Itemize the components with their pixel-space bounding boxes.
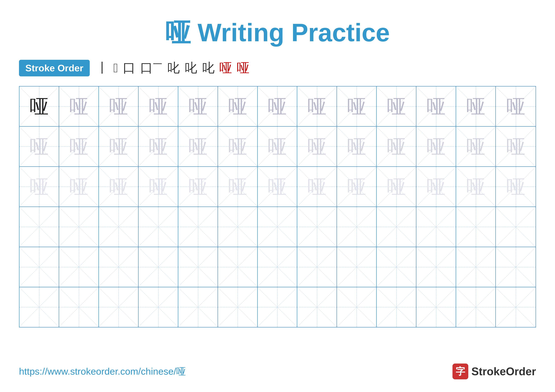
grid-cell-4-7[interactable] (297, 247, 337, 287)
grid-cell-2-3[interactable]: 哑 (139, 167, 178, 207)
grid-cell-3-5[interactable] (218, 207, 258, 247)
cell-character: 哑 (228, 97, 247, 116)
grid-cell-2-9[interactable]: 哑 (377, 167, 416, 207)
grid-cell-2-6[interactable]: 哑 (258, 167, 297, 207)
cell-character: 哑 (149, 137, 168, 156)
grid-cell-5-1[interactable] (59, 287, 99, 327)
grid-cell-3-6[interactable] (258, 207, 297, 247)
grid-cell-1-3[interactable]: 哑 (139, 127, 178, 166)
grid-cell-2-10[interactable]: 哑 (416, 167, 456, 207)
grid-cell-1-5[interactable]: 哑 (218, 127, 258, 166)
grid-cell-1-0[interactable]: 哑 (20, 127, 59, 166)
grid-cell-5-11[interactable] (456, 287, 496, 327)
grid-cell-2-2[interactable]: 哑 (99, 167, 139, 207)
grid-cell-0-8[interactable]: 哑 (337, 86, 377, 126)
grid-cell-3-12[interactable] (496, 207, 535, 247)
grid-row-3[interactable] (20, 207, 535, 247)
grid-cell-1-8[interactable]: 哑 (337, 127, 377, 166)
grid-row-0[interactable]: 哑哑哑哑哑哑哑哑哑哑哑哑哑 (20, 86, 535, 127)
grid-cell-0-12[interactable]: 哑 (496, 86, 535, 126)
grid-cell-1-12[interactable]: 哑 (496, 127, 535, 166)
grid-cell-3-1[interactable] (59, 207, 99, 247)
grid-cell-2-12[interactable]: 哑 (496, 167, 535, 207)
grid-cell-2-8[interactable]: 哑 (337, 167, 377, 207)
grid-cell-2-0[interactable]: 哑 (20, 167, 59, 207)
grid-cell-0-9[interactable]: 哑 (377, 86, 416, 126)
grid-cell-4-5[interactable] (218, 247, 258, 287)
grid-cell-0-0[interactable]: 哑 (20, 86, 59, 126)
grid-cell-2-11[interactable]: 哑 (456, 167, 496, 207)
grid-cell-5-6[interactable] (258, 287, 297, 327)
grid-cell-5-8[interactable] (337, 287, 377, 327)
grid-cell-4-6[interactable] (258, 247, 297, 287)
grid-cell-3-10[interactable] (416, 207, 456, 247)
grid-cell-4-8[interactable] (337, 247, 377, 287)
grid-row-5[interactable] (20, 287, 535, 327)
stroke-5: 叱 (167, 59, 180, 77)
grid-row-1[interactable]: 哑哑哑哑哑哑哑哑哑哑哑哑哑 (20, 127, 535, 167)
grid-cell-4-9[interactable] (377, 247, 416, 287)
grid-cell-1-9[interactable]: 哑 (377, 127, 416, 166)
grid-cell-3-8[interactable] (337, 207, 377, 247)
grid-cell-5-3[interactable] (139, 287, 178, 327)
cell-character: 哑 (228, 177, 247, 196)
grid-cell-5-0[interactable] (20, 287, 59, 327)
grid-cell-0-10[interactable]: 哑 (416, 86, 456, 126)
grid-cell-0-11[interactable]: 哑 (456, 86, 496, 126)
grid-cell-4-4[interactable] (178, 247, 218, 287)
footer: https://www.strokeorder.com/chinese/哑 字 … (19, 363, 536, 379)
grid-cell-3-3[interactable] (139, 207, 178, 247)
grid-cell-3-9[interactable] (377, 207, 416, 247)
cell-character: 哑 (387, 177, 406, 196)
grid-cell-2-4[interactable]: 哑 (178, 167, 218, 207)
grid-row-4[interactable] (20, 247, 535, 287)
grid-cell-5-2[interactable] (99, 287, 139, 327)
grid-cell-3-11[interactable] (456, 207, 496, 247)
grid-row-2[interactable]: 哑哑哑哑哑哑哑哑哑哑哑哑哑 (20, 167, 535, 207)
grid-cell-4-1[interactable] (59, 247, 99, 287)
grid-cell-0-6[interactable]: 哑 (258, 86, 297, 126)
grid-cell-1-7[interactable]: 哑 (297, 127, 337, 166)
stroke-sequence: 丨 𠃌 口 口一 叱 叱 叱 哑 哑 (96, 59, 249, 77)
grid-cell-4-12[interactable] (496, 247, 535, 287)
grid-cell-4-0[interactable] (20, 247, 59, 287)
grid-cell-5-10[interactable] (416, 287, 456, 327)
grid-cell-3-0[interactable] (20, 207, 59, 247)
grid-cell-1-11[interactable]: 哑 (456, 127, 496, 166)
grid-cell-0-5[interactable]: 哑 (218, 86, 258, 126)
grid-cell-5-7[interactable] (297, 287, 337, 327)
stroke-order-row: Stroke Order 丨 𠃌 口 口一 叱 叱 叱 哑 哑 (19, 59, 536, 77)
grid-cell-1-1[interactable]: 哑 (59, 127, 99, 166)
grid-cell-0-2[interactable]: 哑 (99, 86, 139, 126)
grid-cell-1-2[interactable]: 哑 (99, 127, 139, 166)
stroke-7: 叱 (202, 59, 215, 77)
cell-character: 哑 (466, 177, 485, 196)
grid-cell-2-5[interactable]: 哑 (218, 167, 258, 207)
grid-cell-2-7[interactable]: 哑 (297, 167, 337, 207)
grid-cell-5-4[interactable] (178, 287, 218, 327)
stroke-9: 哑 (237, 59, 249, 77)
grid-cell-4-2[interactable] (99, 247, 139, 287)
grid-cell-4-10[interactable] (416, 247, 456, 287)
stroke-3: 口 (123, 59, 135, 77)
grid-cell-0-7[interactable]: 哑 (297, 86, 337, 126)
grid-cell-2-1[interactable]: 哑 (59, 167, 99, 207)
grid-cell-3-7[interactable] (297, 207, 337, 247)
grid-cell-0-4[interactable]: 哑 (178, 86, 218, 126)
grid-cell-1-6[interactable]: 哑 (258, 127, 297, 166)
grid-cell-0-1[interactable]: 哑 (59, 86, 99, 126)
grid-cell-4-11[interactable] (456, 247, 496, 287)
grid-cell-5-12[interactable] (496, 287, 535, 327)
grid-cell-3-2[interactable] (99, 207, 139, 247)
grid-cell-0-3[interactable]: 哑 (139, 86, 178, 126)
cell-character: 哑 (29, 177, 49, 196)
grid-cell-3-4[interactable] (178, 207, 218, 247)
cell-character: 哑 (109, 97, 128, 116)
cell-character: 哑 (506, 177, 525, 196)
grid-cell-5-9[interactable] (377, 287, 416, 327)
grid-cell-1-4[interactable]: 哑 (178, 127, 218, 166)
grid-cell-5-5[interactable] (218, 287, 258, 327)
grid-cell-4-3[interactable] (139, 247, 178, 287)
grid-cell-1-10[interactable]: 哑 (416, 127, 456, 166)
cell-character: 哑 (307, 137, 326, 156)
